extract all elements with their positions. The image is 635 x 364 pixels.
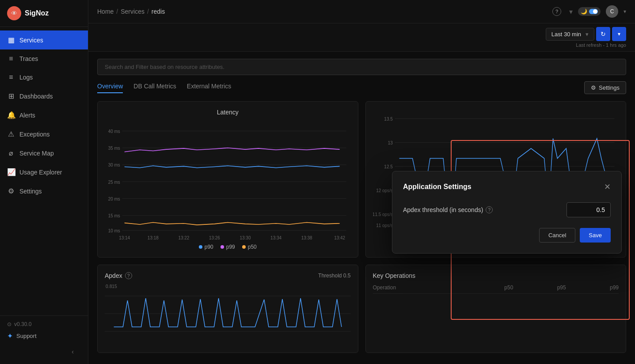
legend-p90: p90 [199, 244, 213, 250]
svg-text:11 ops/s: 11 ops/s [376, 222, 393, 228]
sidebar-item-label: Exceptions [19, 131, 49, 138]
modal-header: Application Settings ✕ [403, 182, 611, 192]
avatar-initial: C [610, 8, 614, 15]
sidebar-item-label: Alerts [19, 112, 35, 119]
version-check-icon: ⊙ [7, 321, 11, 327]
breadcrumb-current: redis [152, 8, 165, 15]
support-icon: ✦ [7, 332, 13, 340]
sidebar-bottom: ⊙ v0.30.0 ✦ Support ‹ [0, 315, 88, 364]
help-button[interactable]: ? [550, 4, 564, 19]
col-p50: p50 [469, 284, 513, 291]
modal-close-button[interactable]: ✕ [604, 182, 611, 192]
sidebar-item-usage-explorer[interactable]: 📈 Usage Explorer [0, 163, 88, 182]
sidebar-item-label: Service Map [19, 150, 54, 157]
apdex-info-icon[interactable]: ? [125, 272, 132, 279]
sidebar-item-label: Usage Explorer [19, 169, 62, 176]
svg-text:35 ms: 35 ms [108, 145, 120, 151]
sidebar-item-exceptions[interactable]: ⚠ Exceptions [0, 125, 88, 144]
svg-text:30 ms: 30 ms [108, 162, 120, 168]
apdex-header: Apdex ? Threshold 0.5 [105, 272, 351, 279]
svg-text:13:26: 13:26 [209, 235, 220, 240]
svg-text:12 ops/s: 12 ops/s [376, 187, 393, 193]
svg-text:20 ms: 20 ms [108, 196, 120, 201]
sidebar-item-traces[interactable]: ≡ Traces [0, 49, 88, 68]
sidebar-item-dashboards[interactable]: ⊞ Dashboards [0, 87, 88, 106]
app-logo[interactable]: 👁 SigNoz [0, 0, 88, 27]
legend-p99: p99 [221, 244, 235, 250]
save-button[interactable]: Save [580, 228, 611, 243]
apdex-svg: 0.815 [105, 283, 351, 345]
sidebar-item-settings[interactable]: ⚙ Settings [0, 182, 88, 201]
apdex-title: Apdex ? [105, 272, 132, 279]
key-ops-title: Key Operations [373, 272, 619, 279]
avatar[interactable]: C [606, 5, 618, 18]
field-info-icon[interactable]: ? [486, 206, 493, 213]
legend-dot-p99 [221, 245, 224, 249]
theme-toggle[interactable]: 🌙 [578, 7, 601, 16]
legend-dot-p50 [242, 245, 246, 249]
tabs-row: Overview DB Call Metrics External Metric… [97, 81, 626, 94]
svg-text:40 ms: 40 ms [108, 128, 120, 134]
breadcrumb-home[interactable]: Home [97, 8, 114, 15]
time-selector-chevron: ▾ [586, 31, 589, 38]
settings-button[interactable]: ⚙ Settings [584, 81, 626, 94]
application-settings-modal: Application Settings ✕ Apdex threshold (… [392, 171, 622, 254]
apdex-chart-card: Apdex ? Threshold 0.5 0.815 [97, 265, 358, 353]
support-label: Support [16, 333, 37, 339]
support-item[interactable]: ✦ Support [7, 332, 81, 340]
sidebar-item-services[interactable]: ▦ Services [0, 30, 88, 49]
legend-p50: p50 [242, 244, 257, 250]
refresh-button[interactable]: ↻ [596, 27, 610, 41]
svg-text:13:34: 13:34 [270, 235, 281, 240]
sidebar-item-service-map[interactable]: ⌀ Service Map [0, 144, 88, 163]
svg-text:15 ms: 15 ms [108, 213, 120, 219]
col-p99: p99 [575, 284, 619, 291]
header-divider: ▾ [569, 8, 573, 16]
main-content: Home / Services / redis ? ▾ 🌙 C ▾ [88, 0, 635, 364]
field-label-text: Apdex threshold (in seconds) [403, 206, 483, 213]
usage-explorer-icon: 📈 [7, 168, 15, 176]
sidebar-nav: ▦ Services ≡ Traces ≡ Logs ⊞ Dashboards … [0, 27, 88, 315]
version-info: ⊙ v0.30.0 [7, 321, 81, 327]
time-selector[interactable]: Last 30 min ▾ [546, 28, 594, 41]
key-operations-card: Key Operations Operation p50 p95 p99 [365, 265, 627, 353]
collapse-button[interactable]: ‹ [7, 345, 81, 359]
svg-text:13: 13 [388, 140, 392, 145]
tab-external-metrics[interactable]: External Metrics [187, 83, 231, 93]
apdex-threshold: Threshold 0.5 [318, 273, 350, 279]
sidebar-item-alerts[interactable]: 🔔 Alerts [0, 106, 88, 125]
search-bar: Search and Filter based on resource attr… [97, 59, 626, 75]
svg-text:13:14: 13:14 [119, 235, 130, 240]
service-map-icon: ⌀ [7, 149, 15, 157]
sidebar-item-label: Logs [19, 74, 33, 81]
collapse-icon: ‹ [72, 348, 74, 355]
time-dropdown-button[interactable]: ▾ [612, 27, 626, 41]
latency-legend: p90 p99 p50 [105, 244, 351, 250]
apdex-threshold-input[interactable] [567, 202, 611, 217]
sidebar-item-label: Services [19, 37, 43, 44]
sidebar-item-logs[interactable]: ≡ Logs [0, 68, 88, 87]
modal-title: Application Settings [403, 183, 471, 191]
last-refresh-label: Last refresh - 1 hrs ago [576, 42, 626, 48]
tab-overview[interactable]: Overview [97, 83, 123, 93]
traces-icon: ≡ [7, 55, 15, 63]
app-name: SigNoz [25, 9, 49, 17]
cancel-button[interactable]: Cancel [539, 228, 575, 243]
breadcrumb-sep1: / [116, 8, 118, 15]
alerts-icon: 🔔 [7, 111, 15, 119]
charts-bottom-row: Apdex ? Threshold 0.5 0.815 [97, 265, 626, 353]
services-icon: ▦ [7, 36, 15, 44]
avatar-dropdown-icon[interactable]: ▾ [624, 8, 626, 15]
svg-text:25 ms: 25 ms [108, 179, 120, 185]
svg-text:0.815: 0.815 [106, 284, 117, 289]
help-icon: ? [552, 7, 561, 16]
svg-text:13:22: 13:22 [178, 235, 189, 240]
settings-nav-icon: ⚙ [7, 187, 15, 195]
tab-db-call-metrics[interactable]: DB Call Metrics [133, 83, 176, 93]
legend-dot-p90 [199, 245, 202, 249]
breadcrumb-services[interactable]: Services [121, 8, 144, 15]
svg-text:10 ms: 10 ms [108, 228, 120, 233]
refresh-icon: ↻ [601, 30, 606, 38]
version-label: v0.30.0 [14, 321, 31, 327]
moon-icon: 🌙 [581, 8, 587, 15]
